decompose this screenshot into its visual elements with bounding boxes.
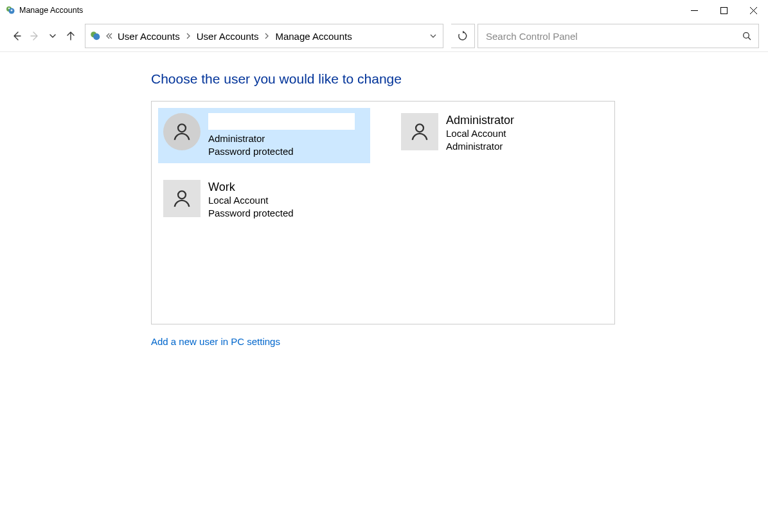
chevron-right-icon[interactable]	[184, 33, 193, 39]
search-icon[interactable]	[742, 31, 752, 41]
accounts-list: Administrator Password protected Adminis…	[151, 101, 615, 324]
search-input[interactable]	[485, 30, 742, 42]
account-name	[208, 113, 355, 130]
up-button[interactable]	[63, 28, 78, 44]
svg-rect-5	[720, 7, 727, 13]
account-name: Work	[208, 180, 294, 194]
titlebar: Manage Accounts	[0, 0, 768, 21]
minimize-button[interactable]	[679, 0, 709, 21]
account-name: Administrator	[446, 113, 514, 127]
page-heading: Choose the user you would like to change	[151, 71, 768, 87]
toolbar: User Accounts User Accounts Manage Accou…	[0, 21, 768, 52]
svg-point-13	[416, 124, 424, 132]
account-item-current[interactable]: Administrator Password protected	[158, 108, 370, 163]
svg-point-3	[11, 10, 13, 12]
svg-point-9	[93, 33, 100, 40]
window-controls	[679, 0, 768, 21]
svg-point-2	[8, 8, 10, 10]
breadcrumb-overflow-icon[interactable]	[105, 32, 114, 40]
account-type: Local Account	[208, 194, 294, 207]
maximize-button[interactable]	[709, 0, 738, 21]
account-details: Administrator Local Account Administrato…	[446, 113, 514, 153]
breadcrumb-item-2[interactable]: Manage Accounts	[271, 24, 355, 48]
forward-button[interactable]	[27, 28, 42, 44]
search-box[interactable]	[478, 24, 759, 48]
avatar	[163, 180, 201, 217]
avatar	[163, 113, 201, 150]
content-area: Choose the user you would like to change…	[0, 52, 768, 347]
account-item-work[interactable]: Work Local Account Password protected	[158, 175, 370, 225]
account-details: Work Local Account Password protected	[208, 180, 294, 220]
address-dropdown-button[interactable]	[423, 24, 443, 48]
account-status: Administrator	[446, 140, 514, 153]
svg-point-10	[744, 32, 749, 38]
account-item-administrator[interactable]: Administrator Local Account Administrato…	[396, 108, 608, 163]
add-user-link[interactable]: Add a new user in PC settings	[151, 336, 768, 347]
refresh-button[interactable]	[451, 24, 475, 48]
location-icon	[89, 30, 101, 42]
account-status: Password protected	[208, 207, 294, 220]
window-title: Manage Accounts	[19, 6, 83, 15]
chevron-right-icon[interactable]	[262, 33, 271, 39]
recent-locations-button[interactable]	[45, 28, 60, 44]
close-button[interactable]	[738, 0, 768, 21]
back-button[interactable]	[9, 28, 24, 44]
breadcrumb-item-0[interactable]: User Accounts	[114, 24, 184, 48]
account-details: Administrator Password protected	[208, 113, 355, 158]
account-type: Administrator	[208, 132, 355, 145]
app-icon	[5, 5, 15, 15]
address-bar[interactable]: User Accounts User Accounts Manage Accou…	[85, 24, 443, 48]
svg-point-12	[178, 124, 186, 132]
svg-line-11	[748, 37, 751, 40]
account-type: Local Account	[446, 127, 514, 140]
account-status: Password protected	[208, 145, 355, 158]
breadcrumb-item-1[interactable]: User Accounts	[193, 24, 263, 48]
avatar	[401, 113, 438, 150]
svg-point-14	[178, 191, 186, 199]
